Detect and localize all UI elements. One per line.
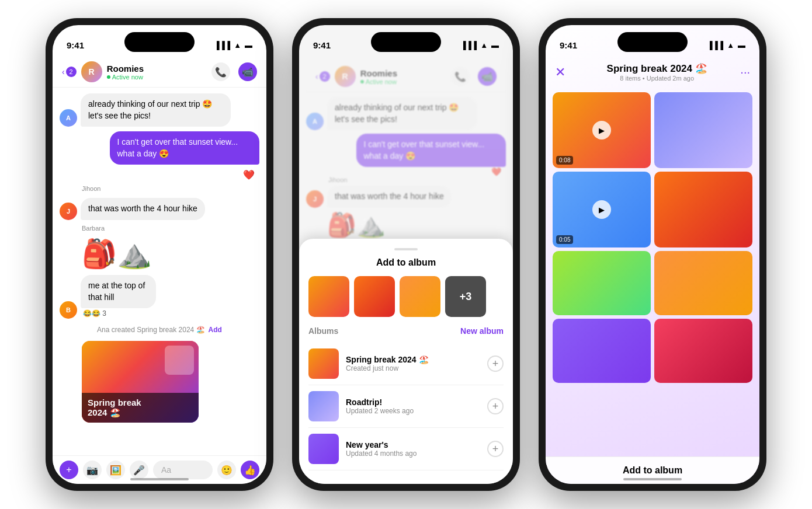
- blurred-info: Roomies Active now: [360, 68, 446, 85]
- grid-item-6[interactable]: [654, 251, 752, 315]
- photo-thumb-3[interactable]: [400, 276, 440, 317]
- album-row-1[interactable]: Spring break 2024 🏖️ Created just now +: [308, 343, 504, 385]
- chat-header-1: ‹ 2 R Roomies Active now 📞 📹: [53, 57, 266, 88]
- dynamic-island-3: [617, 32, 688, 52]
- msg-bubble-4: me at the top of that hill: [81, 275, 156, 308]
- status-icons-1: ▐▐▐ ▲ ▬: [214, 41, 252, 50]
- emoji-button[interactable]: 🙂: [217, 461, 236, 479]
- album-name-2: Roadtrip!: [346, 398, 480, 407]
- add-to-album-modal: Add to album +3 Albums New album: [299, 239, 513, 484]
- chevron-left-icon: ‹: [62, 67, 65, 76]
- grid-item-8[interactable]: [654, 319, 752, 383]
- camera-button[interactable]: 📷: [83, 461, 102, 479]
- grid-item-2[interactable]: [654, 92, 752, 168]
- blurred-messages: A already thinking of our next trip 🤩 le…: [306, 97, 506, 239]
- video-duration-1: 0:08: [556, 156, 573, 165]
- play-icon-2: ▶: [592, 200, 611, 219]
- blurred-sticker: 🎒⛰️: [327, 211, 506, 239]
- header-info-1: Roomies Active now: [107, 64, 207, 81]
- msg-bubble-2: I can't get over that sunset view... wha…: [110, 131, 260, 165]
- album-row-2[interactable]: Roadtrip! Updated 2 weeks ago +: [308, 385, 504, 428]
- album-thumb-1: [308, 348, 339, 379]
- sender-jihoon: Jihoon: [82, 185, 259, 192]
- more-options-button[interactable]: ···: [740, 65, 750, 79]
- blurred-actions: 📞 📹: [451, 67, 497, 86]
- blurred-back: ‹ 2: [315, 71, 330, 82]
- back-button-1[interactable]: ‹ 2: [62, 67, 77, 77]
- msg-bubble-3: that was worth the 4 hour hike: [81, 198, 205, 220]
- new-album-button[interactable]: New album: [460, 326, 504, 336]
- modal-handle: [394, 248, 418, 250]
- blurred-dot: [360, 80, 364, 83]
- group-avatar-1: R: [81, 61, 102, 82]
- album-info-2: Roadtrip! Updated 2 weeks ago: [346, 398, 480, 415]
- album-thumb-3: [308, 434, 339, 464]
- add-link[interactable]: Add: [209, 326, 222, 334]
- blurred-name: Roomies: [360, 68, 446, 78]
- avatar-1: A: [60, 109, 77, 127]
- notif-text: Ana created Spring break 2024 🏖️: [97, 326, 204, 334]
- battery-icon-3: ▬: [738, 41, 745, 50]
- blurred-msg-1: A already thinking of our next trip 🤩 le…: [306, 97, 506, 130]
- play-icon-1: ▶: [592, 121, 611, 140]
- photo-button[interactable]: 🖼️: [106, 461, 125, 479]
- status-icons-2: ▐▐▐ ▲ ▬: [460, 41, 499, 50]
- grid-item-4[interactable]: [654, 172, 752, 247]
- blurred-header: ‹ 2 R Roomies Active now 📞 📹: [306, 61, 506, 92]
- chat-body-1: A already thinking of our next trip 🤩 le…: [53, 88, 266, 441]
- chat-name-1: Roomies: [107, 64, 207, 74]
- avatar-jihoon: J: [60, 203, 77, 220]
- album-name-3: New year's: [346, 440, 480, 449]
- header-actions-1: 📞 📹: [211, 62, 257, 81]
- time-3: 9:41: [560, 40, 577, 50]
- grid-item-3[interactable]: ▶ 0:05: [553, 172, 651, 247]
- album-info-1: Spring break 2024 🏖️ Created just now: [346, 355, 480, 372]
- back-badge-1: 2: [66, 67, 77, 77]
- photo-thumb-2[interactable]: [354, 276, 395, 317]
- chat-status-1: Active now: [107, 74, 207, 81]
- sticker-mountain: 🎒⛰️: [82, 238, 259, 270]
- album-meta-3: Updated 4 months ago: [346, 449, 480, 458]
- msg-row-2: I can't get over that sunset view... wha…: [60, 131, 259, 165]
- blurred-status-text: Active now: [366, 78, 397, 85]
- like-button[interactable]: 👍: [241, 461, 259, 479]
- album-name-1: Spring break 2024 🏖️: [346, 355, 480, 364]
- video-call-icon[interactable]: 📹: [238, 62, 257, 81]
- grid-item-1[interactable]: ▶ 0:08: [553, 92, 651, 168]
- albums-section-header: Albums New album: [308, 326, 504, 336]
- home-indicator-3: [623, 478, 682, 480]
- grid-item-5[interactable]: [553, 251, 651, 315]
- message-input[interactable]: Aa: [153, 461, 213, 479]
- add-button[interactable]: +: [60, 461, 78, 479]
- blurred-msg-2: I can't get over that sunset view... wha…: [306, 134, 506, 167]
- grid-item-7[interactable]: [553, 319, 651, 383]
- add-album-btn-3[interactable]: +: [487, 441, 504, 457]
- blurred-msg-text-3: that was worth the 4 hour hike: [327, 186, 452, 208]
- album-info-3: New year's Updated 4 months ago: [346, 440, 480, 458]
- signal-icon-2: ▐▐▐: [460, 41, 477, 50]
- phone-call-icon[interactable]: 📞: [211, 62, 230, 81]
- add-album-btn-1[interactable]: +: [487, 355, 504, 372]
- time-2: 9:41: [313, 40, 331, 50]
- blurred-msg-3: J that was worth the 4 hour hike: [306, 186, 506, 208]
- reaction-heart: ❤️: [60, 169, 259, 180]
- wifi-icon: ▲: [234, 41, 241, 50]
- blurred-msg-text-2: I can't get over that sunset view... wha…: [356, 134, 506, 167]
- msg-row-1: A already thinking of our next trip 🤩 le…: [60, 93, 259, 127]
- album-grid: ▶ 0:08 ▶ 0:05: [546, 88, 759, 388]
- wifi-icon-2: ▲: [480, 41, 488, 50]
- photo-thumb-more[interactable]: +3: [445, 276, 486, 317]
- album-row-3[interactable]: New year's Updated 4 months ago +: [308, 428, 504, 470]
- status-icons-3: ▐▐▐ ▲ ▬: [707, 41, 745, 50]
- blurred-status: Active now: [360, 78, 446, 85]
- close-button[interactable]: ✕: [555, 65, 574, 80]
- add-album-btn-2[interactable]: +: [487, 398, 504, 414]
- album-card[interactable]: Spring break2024 🏖️: [82, 341, 199, 423]
- phone-3: 9:41 ▐▐▐ ▲ ▬ ✕ Spring break 2024 🏖️ 8 it…: [539, 18, 766, 491]
- photo-thumb-1[interactable]: [308, 276, 349, 317]
- blurred-chat: ‹ 2 R Roomies Active now 📞 📹: [299, 57, 513, 243]
- msg-row-3: J that was worth the 4 hour hike: [60, 198, 259, 220]
- sender-barbara: Barbara: [82, 225, 259, 232]
- mic-button[interactable]: 🎤: [130, 461, 148, 479]
- time-1: 9:41: [67, 40, 84, 50]
